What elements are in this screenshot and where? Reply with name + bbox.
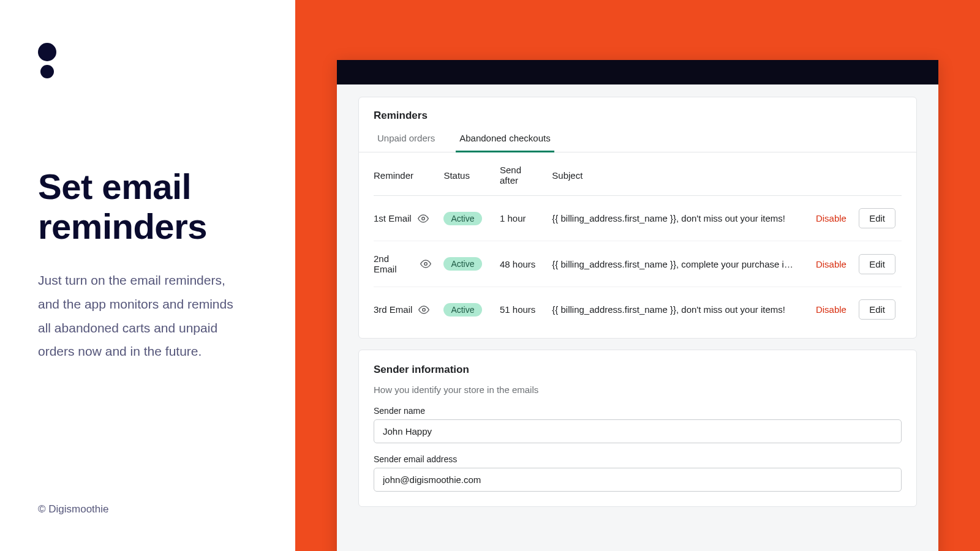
tab-abandoned-checkouts[interactable]: Abandoned checkouts xyxy=(456,133,554,152)
svg-point-0 xyxy=(421,217,424,220)
edit-button[interactable]: Edit xyxy=(859,299,895,320)
app-screenshot: Reminders Unpaid orders Abandoned checko… xyxy=(337,60,938,551)
send-after-value: 51 hours xyxy=(494,287,546,332)
app-body: Reminders Unpaid orders Abandoned checko… xyxy=(337,84,938,551)
copyright-text: © Digismoothie xyxy=(38,503,109,515)
subject-value: {{ billing_address.first_name }}, don't … xyxy=(546,287,803,332)
reminders-table: Reminder Status Send after Subject xyxy=(374,152,902,332)
table-row: 1st Email Active 1 hour {{ billing_ xyxy=(374,196,902,241)
promo-panel: Set email reminders Just turn on the ema… xyxy=(0,0,295,551)
reminders-title: Reminders xyxy=(374,110,902,122)
sender-name-label: Sender name xyxy=(374,406,902,416)
preview-icon[interactable] xyxy=(418,304,429,315)
col-status: Status xyxy=(437,152,494,196)
reminders-tabs: Unpaid orders Abandoned checkouts xyxy=(359,133,916,152)
tab-unpaid-orders[interactable]: Unpaid orders xyxy=(374,133,439,152)
logo-dot-small xyxy=(40,65,54,78)
brand-logo xyxy=(38,43,258,78)
col-reminder: Reminder xyxy=(374,152,437,196)
status-badge: Active xyxy=(443,257,481,271)
logo-dot-large xyxy=(38,43,56,61)
sender-description: How you identify your store in the email… xyxy=(374,384,902,395)
preview-icon[interactable] xyxy=(420,258,431,269)
disable-link[interactable]: Disable xyxy=(816,259,846,269)
reminders-card: Reminders Unpaid orders Abandoned checko… xyxy=(358,97,917,339)
sender-info-card: Sender information How you identify your… xyxy=(358,350,917,507)
edit-button[interactable]: Edit xyxy=(859,208,895,228)
promo-headline: Set email reminders xyxy=(38,167,258,247)
table-row: 2nd Email Active 48 hours {{ billin xyxy=(374,241,902,287)
disable-link[interactable]: Disable xyxy=(816,304,846,315)
reminder-name: 3rd Email xyxy=(374,304,412,315)
send-after-value: 1 hour xyxy=(494,196,546,241)
subject-value: {{ billing_address.first_name }}, comple… xyxy=(546,241,803,287)
col-send-after: Send after xyxy=(494,152,546,196)
preview-icon[interactable] xyxy=(418,213,429,224)
subject-value: {{ billing_address.first_name }}, don't … xyxy=(546,196,803,241)
promo-body: Just turn on the email reminders, and th… xyxy=(38,269,246,364)
svg-point-2 xyxy=(423,308,426,311)
table-row: 3rd Email Active 51 hours {{ billin xyxy=(374,287,902,332)
svg-point-1 xyxy=(424,263,428,266)
sender-name-input[interactable] xyxy=(374,419,902,443)
sender-email-input[interactable] xyxy=(374,468,902,492)
status-badge: Active xyxy=(443,212,481,225)
sender-title: Sender information xyxy=(374,364,902,376)
send-after-value: 48 hours xyxy=(494,241,546,287)
disable-link[interactable]: Disable xyxy=(816,213,846,223)
col-subject: Subject xyxy=(546,152,803,196)
col-actions xyxy=(803,152,902,196)
edit-button[interactable]: Edit xyxy=(859,254,895,274)
reminder-name: 1st Email xyxy=(374,213,412,223)
reminder-name: 2nd Email xyxy=(374,253,414,274)
status-badge: Active xyxy=(443,303,481,317)
screenshot-panel: Reminders Unpaid orders Abandoned checko… xyxy=(295,0,980,551)
sender-email-label: Sender email address xyxy=(374,454,902,464)
window-titlebar xyxy=(337,60,938,84)
